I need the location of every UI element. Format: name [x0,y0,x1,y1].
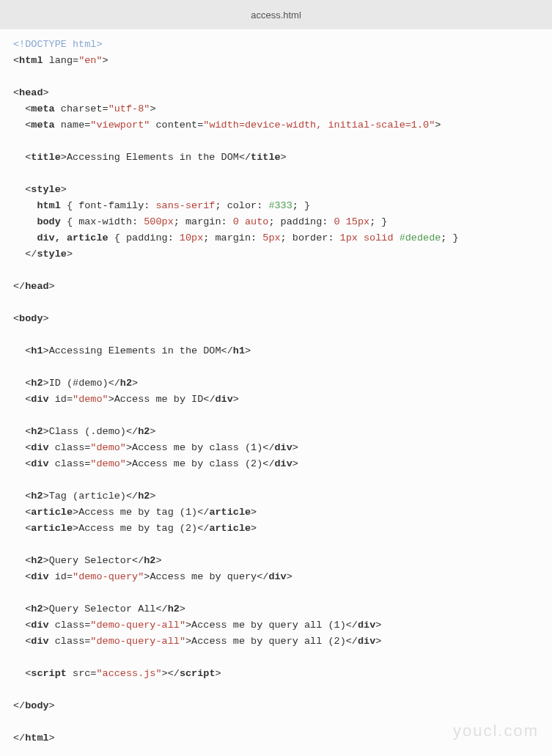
code-area: <!DOCTYPE html> <html lang="en"> <head> … [0,29,552,756]
tab-bar: access.html [0,0,552,29]
tab-title: access.html [251,10,301,21]
